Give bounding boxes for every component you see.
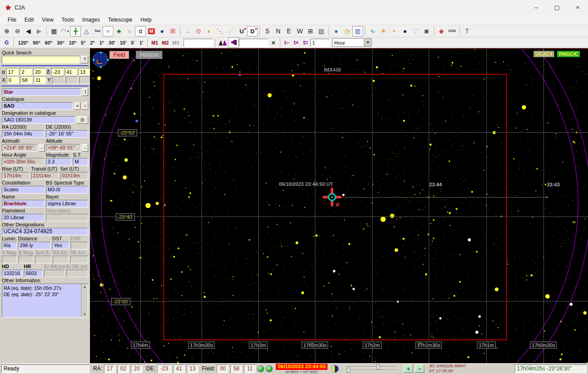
y1-field[interactable] bbox=[52, 76, 64, 84]
uranus-icon[interactable]: U bbox=[236, 26, 247, 36]
moon-phase-icon[interactable]: ◐ bbox=[204, 26, 215, 36]
current-datetime[interactable]: 06/10/2023 23:44:50 bbox=[276, 364, 328, 370]
print-button[interactable]: ⊟ bbox=[76, 116, 88, 124]
slider-thumb-2[interactable] bbox=[347, 368, 350, 373]
fov-button-10min[interactable]: 10' bbox=[117, 39, 129, 46]
asteroids-icon[interactable]: ⋱ bbox=[215, 26, 225, 36]
ra-m-field[interactable] bbox=[20, 68, 32, 76]
minimize-icon[interactable]: – bbox=[526, 0, 547, 15]
variable-stars-icon[interactable]: ∿ bbox=[367, 26, 378, 36]
memory-button-m3[interactable]: M3 bbox=[171, 39, 181, 46]
milky-way-icon[interactable]: ≈ bbox=[103, 26, 113, 36]
time-now-button[interactable]: t= bbox=[301, 39, 310, 47]
fov-button-120deg[interactable]: 120° bbox=[16, 39, 31, 46]
dome-icon[interactable]: ◠▾ bbox=[59, 26, 70, 36]
designation-field[interactable]: SAO 183139 bbox=[2, 116, 75, 124]
constellation-lines-icon[interactable]: △ bbox=[81, 26, 92, 36]
y3-field[interactable] bbox=[79, 76, 91, 84]
clear-input-icon[interactable]: × bbox=[269, 39, 278, 46]
zoom-out-icon[interactable]: ⊖ bbox=[12, 26, 23, 36]
twilight-icon[interactable]: ◓ bbox=[389, 26, 399, 36]
de-s-field[interactable] bbox=[78, 68, 90, 76]
west-icon[interactable]: W bbox=[294, 26, 305, 36]
help-button[interactable]: ? bbox=[81, 56, 88, 63]
fov-button-5min[interactable]: 5' bbox=[129, 39, 137, 46]
time-unit-select[interactable]: Hour ▼ bbox=[332, 38, 372, 47]
fov-button-2deg[interactable]: 2° bbox=[88, 39, 97, 46]
earth-icon[interactable]: ● bbox=[331, 26, 341, 36]
slider-thumb-1[interactable] bbox=[377, 365, 380, 369]
catalogue-field[interactable]: SAO bbox=[2, 102, 73, 110]
alpha-labels-icon[interactable]: α bbox=[135, 26, 146, 36]
ra-s-field[interactable] bbox=[33, 68, 45, 76]
time-plus-button[interactable]: t+ bbox=[292, 39, 301, 47]
history-forward-icon[interactable]: ▶ bbox=[34, 26, 45, 36]
menu-tools[interactable]: Tools bbox=[58, 15, 78, 24]
menu-file[interactable]: File bbox=[4, 15, 20, 24]
scroll-down-icon[interactable]: ▼ bbox=[83, 312, 86, 316]
ngc-selection-icon[interactable]: ☒ bbox=[167, 26, 178, 36]
fov-button-60deg[interactable]: 60° bbox=[43, 39, 55, 46]
scroll-up-icon[interactable]: ▲ bbox=[83, 285, 86, 289]
satellites-icon[interactable]: ∵ bbox=[410, 26, 421, 36]
zoom-plus-button[interactable]: + bbox=[404, 365, 413, 373]
menu-telescope[interactable]: Telescope bbox=[104, 15, 136, 24]
scrollbar[interactable]: ▲ ▼ bbox=[81, 284, 88, 317]
maximize-icon[interactable]: ▢ bbox=[547, 0, 567, 15]
ccd-frame-icon[interactable]: ◆ bbox=[436, 26, 447, 36]
east-icon[interactable]: E bbox=[283, 26, 294, 36]
clear-catalogue-icon[interactable]: × bbox=[74, 102, 81, 110]
messier-icon[interactable]: M bbox=[146, 26, 157, 36]
memory-button-m2[interactable]: M2 bbox=[160, 39, 171, 46]
telescope-park-icon[interactable]: T bbox=[462, 26, 472, 36]
north-icon[interactable]: N bbox=[273, 26, 283, 36]
deep-sky-icon[interactable]: ● bbox=[157, 26, 167, 36]
altitude-more-button[interactable]: - bbox=[82, 144, 88, 152]
flip-vertical-icon[interactable] bbox=[228, 37, 239, 48]
clear-all-icon[interactable]: × bbox=[82, 102, 88, 110]
x3-field[interactable] bbox=[34, 76, 46, 84]
labels-icon[interactable]: Taŭ bbox=[92, 26, 103, 36]
fov-button-30min[interactable]: 30' bbox=[106, 39, 117, 46]
sky-map[interactable]: 17h4m17h3m30s17h3m17h2m30s17h2m17h1m30s1… bbox=[90, 48, 588, 363]
flip-horizontal-icon[interactable] bbox=[217, 37, 228, 48]
x1-field[interactable] bbox=[7, 76, 19, 84]
x2-field[interactable] bbox=[20, 76, 32, 84]
landscape-icon[interactable]: ♣ bbox=[113, 26, 124, 36]
ecliptic-icon[interactable]: ○ bbox=[124, 26, 135, 36]
full-sky-icon[interactable]: ⊞ bbox=[305, 26, 316, 36]
memory-button-m1[interactable]: M1 bbox=[149, 39, 160, 46]
catalog-badge-rngcic[interactable]: RNGCIC bbox=[557, 51, 580, 57]
grid-icon[interactable]: ▦ bbox=[49, 26, 59, 36]
de-d-field[interactable] bbox=[51, 68, 63, 76]
time-minus-button[interactable]: t− bbox=[282, 39, 292, 47]
menu-view[interactable]: View bbox=[38, 15, 58, 24]
fov-button-90deg[interactable]: 90° bbox=[31, 39, 43, 46]
slider-track-1[interactable] bbox=[346, 366, 395, 368]
nebulae-icon[interactable]: ⊙ bbox=[193, 26, 204, 36]
south-icon[interactable]: S bbox=[262, 26, 273, 36]
zoom-in-icon[interactable]: ⊕ bbox=[1, 26, 12, 36]
panels-icon[interactable]: ▥ bbox=[352, 26, 363, 36]
menu-edit[interactable]: Edit bbox=[20, 15, 38, 24]
fov-button-5deg[interactable]: 5° bbox=[79, 39, 88, 46]
dwarf-planets-icon[interactable]: D bbox=[247, 26, 258, 36]
fov-button-10deg[interactable]: 10° bbox=[67, 39, 79, 46]
history-back-icon[interactable]: ◀ bbox=[23, 26, 34, 36]
fov-button-30deg[interactable]: 30° bbox=[54, 39, 67, 46]
comets-icon[interactable]: ☄ bbox=[225, 26, 236, 36]
goto-button[interactable]: G bbox=[1, 39, 12, 47]
designation-quick-input[interactable] bbox=[239, 39, 269, 47]
time-step-input[interactable] bbox=[310, 39, 330, 47]
menu-images[interactable]: Images bbox=[78, 15, 104, 24]
close-icon[interactable]: × bbox=[567, 0, 588, 15]
map-tab-horizon[interactable]: Horizon bbox=[136, 51, 162, 59]
star-clusters-icon[interactable]: ∴ bbox=[182, 26, 193, 36]
azimuth-more-button[interactable]: - bbox=[39, 144, 45, 152]
sun-icon[interactable]: ☀ bbox=[378, 26, 389, 36]
fov-button-1min[interactable]: 1' bbox=[137, 39, 146, 46]
y2-field[interactable] bbox=[66, 76, 78, 84]
ra-h-field[interactable] bbox=[6, 68, 18, 76]
identify-button[interactable]: I bbox=[82, 88, 88, 96]
camera-icon[interactable]: ◙ bbox=[421, 26, 432, 36]
